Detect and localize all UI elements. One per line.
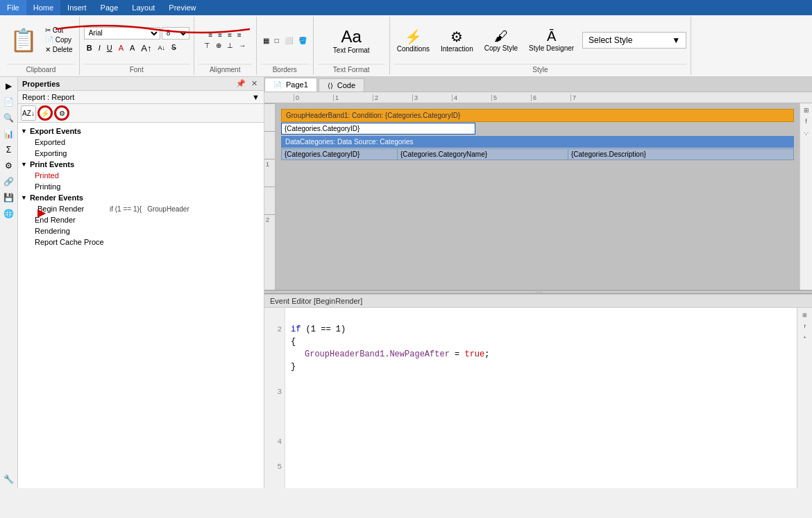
group-header-label[interactable]: GroupHeaderBand1: Condition: {Categories…: [281, 109, 794, 122]
border-outer-button[interactable]: □: [273, 36, 281, 45]
font-decrease-button[interactable]: A↓: [155, 42, 169, 54]
left-icon-3[interactable]: 🔍: [1, 110, 17, 126]
print-expand-icon: ▼: [21, 161, 27, 168]
delete-button[interactable]: ✕ Delete: [43, 45, 75, 54]
menu-item-preview[interactable]: Preview: [162, 0, 203, 15]
cell-description: {Categories.Description}: [568, 149, 793, 159]
code-space-1: [301, 323, 305, 336]
font-color-button[interactable]: A: [116, 42, 126, 54]
tree-item-exporting[interactable]: Exporting: [18, 148, 264, 159]
interaction-button[interactable]: ⚙ Interaction: [438, 27, 476, 54]
style-label: Style: [394, 64, 686, 74]
tree-item-end-render[interactable]: End Render: [18, 214, 264, 225]
panel-tree: ▼ Export Events Exported Exporting ▼ Pri…: [18, 123, 264, 488]
font-increase-button[interactable]: A↑: [138, 42, 154, 54]
conditions-icon: ⚡: [405, 28, 422, 45]
sort-az-button[interactable]: AZ↓: [21, 105, 36, 121]
left-icon-4[interactable]: 📊: [1, 126, 17, 141]
menu-item-page[interactable]: Page: [94, 0, 126, 15]
indent-button[interactable]: →: [237, 41, 248, 50]
panel-pin-button[interactable]: 📌: [234, 79, 248, 88]
line-num-empty-6: [264, 398, 285, 411]
copy-button[interactable]: 📄 Copy: [43, 35, 75, 44]
border-none-button[interactable]: ⬜: [282, 36, 295, 45]
editor-icon-1[interactable]: ⊞: [800, 310, 810, 320]
editor-icon-3[interactable]: +: [800, 332, 810, 342]
italic-button[interactable]: I: [96, 42, 103, 54]
borders-group: ▦ □ ⬜ 🪣 Borders: [257, 17, 314, 75]
tab-page1[interactable]: 📄 Page1: [264, 78, 317, 92]
group-header-band: GroupHeaderBand1: Condition: {Categories…: [281, 109, 794, 136]
left-icon-settings[interactable]: 🔧: [1, 472, 17, 487]
paste-button[interactable]: 📋: [7, 26, 40, 55]
menu-item-home[interactable]: Home: [26, 0, 60, 15]
text-format-button[interactable]: Aa Text Format: [330, 26, 373, 55]
tree-item-rendering[interactable]: Rendering: [18, 225, 264, 236]
align-bottom-button[interactable]: ⊥: [225, 41, 235, 50]
data-band-label[interactable]: DataCategories: Data Source: Categories: [281, 136, 794, 148]
font-strikethrough-button[interactable]: S̶: [169, 42, 179, 54]
tab-code[interactable]: ⟨⟩ Code: [319, 78, 364, 92]
clipboard-label: Clipboard: [7, 64, 75, 74]
align-middle-button[interactable]: ⊕: [214, 41, 223, 50]
category-id-input[interactable]: {Categories.CategoryID}: [281, 123, 475, 135]
left-icon-5[interactable]: Σ: [1, 142, 17, 157]
code-line-close: }: [291, 361, 791, 373]
bold-button[interactable]: B: [84, 42, 95, 54]
panel-close-button[interactable]: ✕: [249, 79, 260, 88]
left-icon-1[interactable]: ▶: [1, 78, 17, 94]
left-icon-8[interactable]: 💾: [1, 190, 17, 205]
render-arrow-icon: ▶: [37, 206, 46, 219]
begin-render-extra: GroupHeader: [147, 205, 189, 213]
right-icon-2[interactable]: f: [802, 116, 811, 126]
select-style-dropdown[interactable]: Select Style ▼: [582, 32, 686, 49]
menu-item-layout[interactable]: Layout: [125, 0, 162, 15]
tree-group-header-print[interactable]: ▼ Print Events: [18, 159, 264, 170]
line-num-empty-8: [264, 423, 285, 435]
copy-style-button[interactable]: 🖌 Copy Style: [482, 27, 521, 53]
right-icon-1[interactable]: ⊞: [802, 105, 811, 115]
style-designer-label: Style Designer: [529, 44, 574, 52]
tree-group-header-export[interactable]: ▼ Export Events: [18, 126, 264, 137]
gear-button[interactable]: ⚙: [54, 105, 69, 121]
lightning-button[interactable]: ⚡: [37, 105, 53, 121]
left-icon-9[interactable]: 🌐: [1, 206, 17, 221]
tree-item-printed[interactable]: Printed: [18, 170, 264, 181]
ruler-mark-6: 6: [531, 94, 570, 101]
export-expand-icon: ▼: [21, 128, 27, 135]
right-icon-3[interactable]: ·,·: [802, 128, 811, 137]
editor-icon-2[interactable]: f: [800, 321, 810, 331]
event-editor: Event Editor [BeginRender] 2 3 4: [264, 294, 812, 488]
menu-item-file[interactable]: File: [0, 0, 26, 15]
left-icon-2[interactable]: 📄: [1, 94, 17, 110]
conditions-label: Conditions: [397, 45, 430, 53]
tree-group-header-render[interactable]: ▼ Render Events: [18, 192, 264, 203]
tree-item-exported[interactable]: Exported: [18, 137, 264, 148]
line-num-3: 3: [264, 386, 285, 398]
line-num-empty-4: [264, 361, 285, 373]
menu-item-insert[interactable]: Insert: [60, 0, 94, 15]
borders-row: ▦ □ ⬜ 🪣: [261, 36, 309, 45]
left-icon-6[interactable]: ⚙: [1, 158, 17, 173]
tree-item-printing[interactable]: Printing: [18, 181, 264, 192]
conditions-button[interactable]: ⚡ Conditions: [394, 27, 432, 54]
tree-item-begin-render[interactable]: Begin Render if (1 == 1){ GroupHeader: [18, 203, 264, 214]
tree-group-export: ▼ Export Events Exported Exporting: [18, 126, 264, 159]
tree-item-report-cache[interactable]: Report Cache Proce: [18, 236, 264, 248]
panel-dropdown[interactable]: Report : Report ▼: [18, 91, 264, 104]
ruler-mark-0: 0: [294, 94, 333, 101]
data-detail-row: {Categories.CategoryID} {Categories.Cate…: [281, 148, 794, 160]
code-icon: ⟨⟩: [328, 82, 333, 89]
fill-button[interactable]: 🪣: [296, 36, 309, 45]
code-editor[interactable]: if (1 == 1) { GroupHeaderBand1.NewPageAf…: [285, 308, 797, 488]
line-num-empty-7: [264, 411, 285, 423]
left-icon-7[interactable]: 🔗: [1, 174, 17, 189]
content-area: 📄 Page1 ⟨⟩ Code 0 1 2 3 4 5 6: [264, 77, 812, 488]
code-line-1: [291, 311, 791, 323]
align-top-button[interactable]: ⊤: [202, 41, 212, 50]
font-highlight-button[interactable]: A: [127, 42, 137, 54]
ruler-mark-2: 2: [373, 94, 412, 101]
underline-button[interactable]: U: [104, 42, 115, 54]
border-all-button[interactable]: ▦: [261, 36, 271, 45]
style-designer-button[interactable]: Ā Style Designer: [526, 27, 577, 53]
